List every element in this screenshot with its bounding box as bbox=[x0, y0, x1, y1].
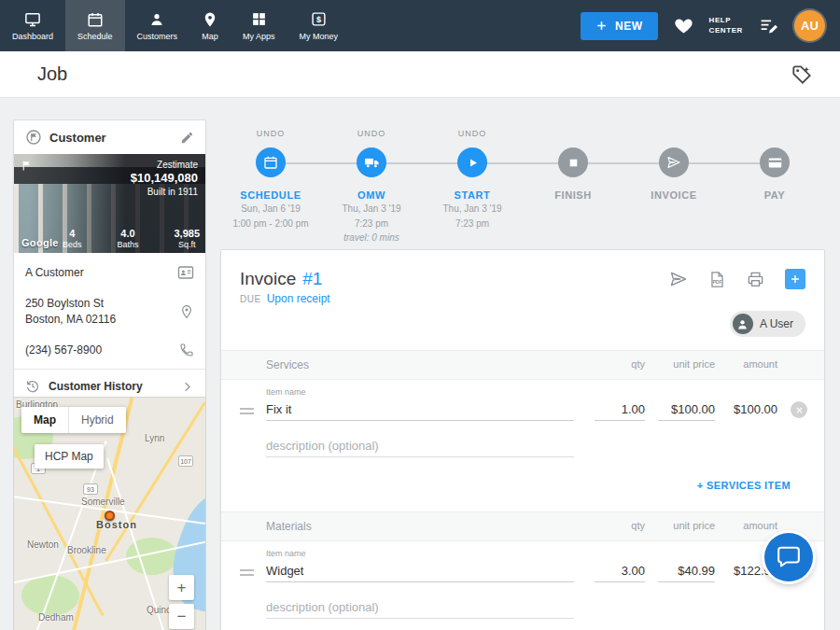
timeline-step-start: UNDO START Thu, Jan 3 '19 7:23 pm bbox=[422, 119, 523, 245]
material-item-name-input[interactable] bbox=[266, 561, 574, 582]
omw-truck-icon[interactable] bbox=[357, 147, 386, 177]
material-unit-price-input[interactable] bbox=[658, 561, 715, 582]
job-location-marker[interactable] bbox=[105, 511, 115, 521]
referral-heart-icon[interactable] bbox=[674, 16, 693, 35]
material-description-input[interactable] bbox=[266, 597, 574, 619]
customer-card: Customer Zestimate $10,149,080 Built in … bbox=[13, 119, 206, 404]
print-icon[interactable] bbox=[747, 271, 764, 288]
schedule-step-icon[interactable] bbox=[256, 147, 286, 177]
new-button-label: NEW bbox=[615, 20, 643, 33]
drag-handle-icon[interactable] bbox=[240, 567, 254, 579]
phone-icon[interactable] bbox=[179, 343, 194, 357]
invoice-header: Invoice #1 PDF bbox=[240, 269, 805, 289]
due-terms-link[interactable]: Upon receipt bbox=[267, 292, 330, 305]
nav-item-schedule[interactable]: Schedule bbox=[65, 0, 125, 51]
nav-item-dashboard[interactable]: Dashboard bbox=[0, 0, 65, 51]
material-item-row: Item name $122.97 bbox=[240, 549, 805, 582]
drag-handle-icon[interactable] bbox=[240, 405, 254, 417]
nav-item-my-apps[interactable]: My Apps bbox=[231, 0, 287, 51]
edit-pencil-icon[interactable] bbox=[180, 131, 194, 145]
chat-bubble-button[interactable] bbox=[764, 533, 813, 581]
qty-cell bbox=[574, 561, 645, 582]
material-qty-input[interactable] bbox=[595, 561, 645, 582]
zoom-out-button[interactable]: − bbox=[169, 604, 194, 629]
nav-label: Map bbox=[202, 32, 218, 41]
customer-name: A Customer bbox=[25, 265, 84, 281]
timeline-step-omw: UNDO OMW Thu, Jan 3 '19 7:23 pm travel: … bbox=[321, 119, 422, 245]
step-label: SCHEDULE bbox=[240, 189, 301, 201]
service-amount: $100.00 bbox=[715, 402, 777, 421]
map-type-hybrid-button[interactable]: Hybrid bbox=[68, 407, 126, 433]
location-pin-icon[interactable] bbox=[179, 304, 194, 319]
map-type-map-button[interactable]: Map bbox=[21, 407, 68, 433]
map-label-somerville: Somerville bbox=[81, 497, 125, 507]
customer-flag-icon bbox=[25, 129, 42, 146]
beds-stat: 4Beds bbox=[63, 228, 82, 249]
contact-card-icon[interactable] bbox=[177, 264, 194, 281]
item-name-label: Item name bbox=[266, 387, 574, 397]
invoice-send-icon[interactable] bbox=[659, 147, 689, 177]
undo-link[interactable]: UNDO bbox=[357, 129, 386, 140]
svg-text:PDF: PDF bbox=[712, 278, 721, 284]
zoom-in-button[interactable]: + bbox=[169, 575, 194, 600]
top-navbar: Dashboard Schedule Customers Map My Apps… bbox=[0, 0, 840, 51]
property-photo[interactable]: Zestimate $10,149,080 Built in 1911 4Bed… bbox=[14, 154, 205, 253]
address-line2: Boston, MA 02116 bbox=[25, 313, 116, 326]
add-material-row: + MATERIALS ITEM bbox=[240, 619, 805, 630]
assignee-pill[interactable]: A User bbox=[730, 311, 805, 337]
timeline-step-pay: PAY bbox=[724, 119, 825, 245]
amount-column-header: amount bbox=[715, 520, 777, 533]
pdf-icon[interactable]: PDF bbox=[708, 271, 726, 288]
service-qty-input[interactable] bbox=[595, 399, 645, 421]
description-cell bbox=[266, 436, 574, 457]
step-date: Thu, Jan 3 '19 bbox=[342, 203, 400, 216]
built-year: Built in 1911 bbox=[131, 187, 198, 197]
route-shield: 107 bbox=[178, 455, 193, 467]
service-description-input[interactable] bbox=[266, 436, 574, 457]
customer-phone-row: (234) 567-8900 bbox=[14, 335, 205, 370]
step-time: 1:00 pm - 2:00 pm bbox=[232, 217, 308, 231]
help-line1: HELP bbox=[709, 16, 732, 24]
due-label: DUE bbox=[240, 294, 261, 304]
send-invoice-icon[interactable] bbox=[669, 270, 688, 288]
nav-item-my-money[interactable]: $ My Money bbox=[287, 0, 351, 51]
nav-label: Schedule bbox=[77, 32, 113, 41]
step-label: INVOICE bbox=[651, 189, 696, 201]
assignee-avatar-icon bbox=[733, 314, 753, 334]
help-center-link[interactable]: HELP CENTER bbox=[709, 16, 744, 36]
new-button[interactable]: NEW bbox=[581, 12, 658, 40]
start-play-icon[interactable] bbox=[457, 147, 487, 177]
add-invoice-button[interactable] bbox=[785, 269, 805, 289]
map-label-newton: Newton bbox=[27, 539, 59, 550]
undo-link[interactable]: UNDO bbox=[257, 129, 286, 140]
service-item-name-input[interactable] bbox=[266, 399, 574, 421]
qty-cell bbox=[574, 399, 645, 421]
google-watermark: Google bbox=[21, 237, 59, 248]
finish-stop-icon[interactable] bbox=[558, 147, 588, 177]
mini-map[interactable]: Burlington Lynn Somerville Boston Newton… bbox=[13, 397, 206, 630]
pay-card-icon[interactable] bbox=[760, 147, 790, 177]
step-label: PAY bbox=[764, 189, 786, 201]
job-progress-timeline: UNDO SCHEDULE Sun, Jan 6 '19 1:00 pm - 2… bbox=[220, 119, 825, 248]
nav-item-customers[interactable]: Customers bbox=[125, 0, 190, 51]
item-name-cell: Item name bbox=[266, 387, 574, 421]
map-type-controls: Map Hybrid bbox=[21, 407, 126, 433]
job-tags-icon[interactable] bbox=[791, 64, 812, 85]
step-label: FINISH bbox=[554, 189, 592, 201]
amount-column-header: amount bbox=[715, 358, 777, 371]
notes-compose-icon[interactable] bbox=[759, 16, 778, 35]
service-unit-price-input[interactable] bbox=[658, 399, 715, 421]
sqft-stat: 3,985Sq.ft bbox=[174, 228, 200, 249]
dashboard-icon bbox=[24, 11, 41, 28]
remove-item-button[interactable] bbox=[791, 401, 807, 418]
hcp-map-button[interactable]: HCP Map bbox=[35, 444, 104, 469]
services-header-row: Services qty unit price amount bbox=[221, 350, 824, 380]
baths-stat: 4.0Baths bbox=[117, 228, 138, 249]
customer-name-row: A Customer bbox=[14, 253, 205, 288]
add-services-item-link[interactable]: + SERVICES ITEM bbox=[697, 480, 791, 491]
nav-item-map[interactable]: Map bbox=[189, 0, 231, 51]
user-avatar[interactable]: AU bbox=[794, 10, 825, 41]
property-stats: 4Beds 4.0Baths 3,985Sq.ft bbox=[63, 228, 200, 249]
help-line2: CENTER bbox=[709, 26, 744, 35]
undo-link[interactable]: UNDO bbox=[458, 129, 487, 140]
